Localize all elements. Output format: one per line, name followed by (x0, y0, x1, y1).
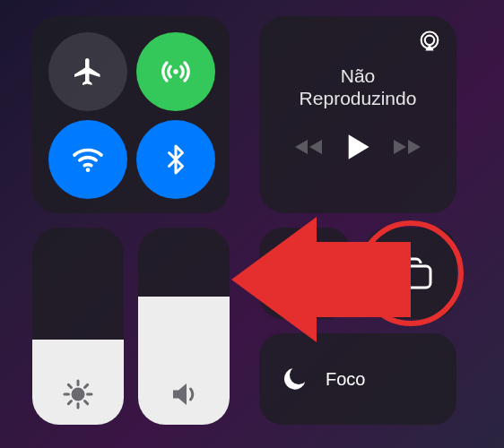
now-playing-line2: Reproduzindo (300, 87, 417, 109)
wifi-button[interactable] (48, 120, 127, 199)
next-track-icon[interactable] (392, 136, 422, 158)
svg-line-14 (85, 384, 88, 387)
svg-point-6 (73, 389, 83, 400)
sliders-group (32, 228, 230, 425)
screen-mirroring-button[interactable] (365, 228, 456, 319)
bluetooth-button[interactable] (136, 120, 215, 199)
rotation-lock-icon (283, 252, 326, 295)
moon-icon (281, 365, 309, 393)
svg-point-0 (173, 69, 178, 73)
airplane-mode-button[interactable] (48, 32, 127, 111)
svg-line-13 (68, 401, 71, 404)
wifi-icon (70, 142, 106, 177)
focus-label: Foco (326, 369, 365, 390)
brightness-icon (62, 378, 94, 410)
brightness-slider[interactable] (32, 228, 124, 425)
now-playing-line1: Não (300, 65, 417, 87)
svg-line-11 (68, 384, 71, 387)
connectivity-module (32, 16, 230, 213)
focus-button[interactable]: Foco (259, 333, 456, 425)
rotation-lock-button[interactable] (259, 228, 351, 319)
now-playing-module: Não Reproduzindo (259, 16, 456, 213)
svg-point-1 (86, 168, 91, 172)
utility-buttons-row (259, 228, 472, 319)
volume-icon (168, 378, 200, 410)
svg-point-3 (425, 36, 435, 46)
bluetooth-icon (160, 143, 192, 176)
cellular-antenna-icon (158, 54, 194, 90)
svg-rect-5 (401, 266, 430, 288)
previous-track-icon[interactable] (293, 136, 324, 158)
cellular-data-button[interactable] (136, 32, 215, 111)
airplay-icon[interactable] (417, 29, 442, 54)
play-icon[interactable] (345, 133, 370, 161)
screen-mirroring-icon (387, 255, 434, 291)
svg-line-12 (85, 401, 88, 404)
volume-slider[interactable] (138, 228, 230, 425)
airplane-icon (72, 56, 104, 88)
now-playing-status: Não Reproduzindo (300, 65, 417, 109)
